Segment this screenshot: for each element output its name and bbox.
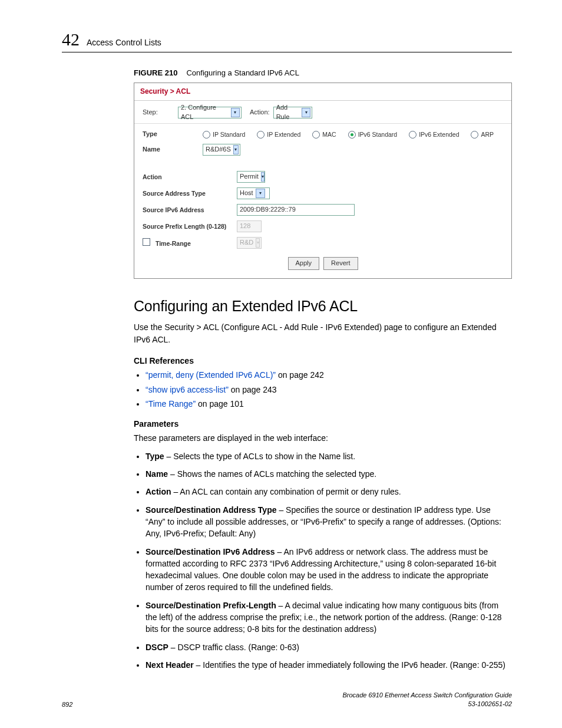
type-label: Type xyxy=(143,130,178,139)
radio-mac[interactable]: MAC xyxy=(312,130,336,139)
section-intro: Use the Security > ACL (Configure ACL - … xyxy=(134,321,512,345)
figure-screenshot: Security > ACL Step: 2. Configure ACL ▾ … xyxy=(134,83,512,279)
time-range-label: Time-Range xyxy=(156,240,191,247)
list-item: Source/Destination Address Type – Specif… xyxy=(146,504,512,540)
name-dropdown[interactable]: R&D#6S ▾ xyxy=(203,144,240,156)
rule-action-label: Action xyxy=(143,173,237,182)
src-ip-input[interactable]: 2009:DB9:2229::79 xyxy=(237,204,355,216)
step-label: Step: xyxy=(143,108,178,117)
chevron-down-icon: ▾ xyxy=(261,172,265,182)
chevron-down-icon: ▾ xyxy=(302,108,310,117)
ref-link[interactable]: “Time Range” xyxy=(146,399,196,409)
params-list: Type – Selects the type of ACLs to show … xyxy=(134,450,512,671)
src-ip-label: Source IPv6 Address xyxy=(143,206,237,215)
radio-arp[interactable]: ARP xyxy=(471,130,494,139)
figure-label: FIGURE 210 xyxy=(134,68,177,77)
list-item: Action – An ACL can contain any combinat… xyxy=(146,486,512,498)
ref-link[interactable]: “show ipv6 access-list” xyxy=(146,385,229,394)
params-intro: These parameters are displayed in the we… xyxy=(134,432,512,444)
list-item: Name – Shows the names of ACLs matching … xyxy=(146,468,512,480)
list-item: “permit, deny (Extended IPv6 ACL)” on pa… xyxy=(146,369,512,381)
revert-button[interactable]: Revert xyxy=(323,257,358,270)
footer-docnum: 53-1002651-02 xyxy=(468,700,512,707)
radio-ipv6-extended[interactable]: IPv6 Extended xyxy=(409,130,459,139)
name-label: Name xyxy=(143,145,178,154)
chapter-number: 42 xyxy=(62,29,80,50)
ref-link[interactable]: “permit, deny (Extended IPv6 ACL)” xyxy=(146,370,276,380)
figure-caption: FIGURE 210 Configuring a Standard IPv6 A… xyxy=(134,67,512,79)
time-range-dropdown[interactable]: R&D ▾ xyxy=(237,237,262,249)
cli-refs-list: “permit, deny (Extended IPv6 ACL)” on pa… xyxy=(134,369,512,410)
list-item: Type – Selects the type of ACLs to show … xyxy=(146,450,512,462)
section-heading: Configuring an Extended IPv6 ACL xyxy=(134,295,512,317)
src-prefix-label: Source Prefix Length (0-128) xyxy=(143,222,237,231)
radio-ip-standard[interactable]: IP Standard xyxy=(203,130,245,139)
time-range-row: Time-Range xyxy=(143,238,237,248)
footer-title: Brocade 6910 Ethernet Access Switch Conf… xyxy=(342,691,512,699)
action-dropdown[interactable]: Add Rule ▾ xyxy=(273,107,312,118)
list-item: “Time Range” on page 101 xyxy=(146,398,512,410)
chapter-title: Access Control Lists xyxy=(87,38,161,47)
radio-ip-extended[interactable]: IP Extended xyxy=(257,130,300,139)
name-value: R&D#6S xyxy=(206,145,231,154)
src-addr-type-dropdown[interactable]: Host ▾ xyxy=(237,187,270,199)
list-item: Source/Destination IPv6 Address – An IPv… xyxy=(146,546,512,594)
rule-action-dropdown[interactable]: Permit ▾ xyxy=(237,171,265,183)
breadcrumb: Security > ACL xyxy=(134,83,511,101)
src-addr-type-label: Source Address Type xyxy=(143,189,237,198)
list-item: DSCP – DSCP traffic class. (Range: 0-63) xyxy=(146,641,512,653)
page-header: 42 Access Control Lists xyxy=(62,29,512,52)
action-label: Action: xyxy=(250,108,270,117)
chevron-down-icon: ▾ xyxy=(256,189,265,198)
cli-refs-heading: CLI References xyxy=(134,355,512,367)
params-heading: Parameters xyxy=(134,418,512,430)
page-footer: 892 Brocade 6910 Ethernet Access Switch … xyxy=(62,691,512,708)
list-item: Source/Destination Prefix-Length – A dec… xyxy=(146,599,512,635)
list-item: Next Header – Identifies the type of hea… xyxy=(146,659,512,671)
list-item: “show ipv6 access-list” on page 243 xyxy=(146,384,512,396)
page-number: 892 xyxy=(62,701,72,708)
apply-button[interactable]: Apply xyxy=(288,257,320,270)
step-value: 2. Configure ACL xyxy=(181,103,229,122)
radio-ipv6-standard[interactable]: IPv6 Standard xyxy=(348,130,398,139)
time-range-checkbox[interactable] xyxy=(143,238,150,246)
step-dropdown[interactable]: 2. Configure ACL ▾ xyxy=(178,107,242,118)
chevron-down-icon: ▾ xyxy=(233,145,239,154)
action-value: Add Rule xyxy=(276,103,300,122)
figure-caption-text: Configuring a Standard IPv6 ACL xyxy=(186,68,299,77)
chevron-down-icon: ▾ xyxy=(231,108,240,117)
chevron-down-icon: ▾ xyxy=(256,238,260,248)
src-prefix-input[interactable]: 128 xyxy=(237,220,262,232)
